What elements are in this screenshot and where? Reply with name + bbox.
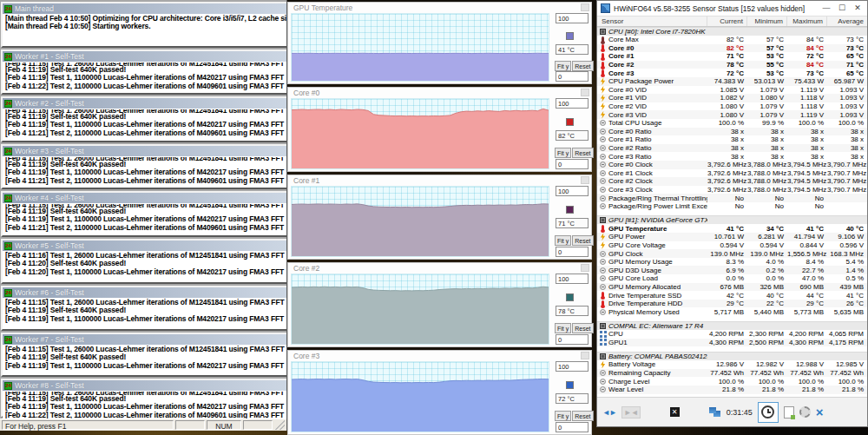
close-sensors-icon[interactable]: × xyxy=(816,406,824,419)
y-min-input[interactable] xyxy=(556,334,589,345)
y-max-input[interactable] xyxy=(556,186,589,196)
child-window-title-bar[interactable]: 24 Worker #1 - Self-Test xyxy=(3,51,286,62)
sensor-row[interactable]: Core Max 82 °C 57 °C 84 °C 73 °C xyxy=(597,36,867,44)
column-header-minimum[interactable]: Minimum xyxy=(747,16,787,26)
fit-y-button[interactable]: Fit y xyxy=(555,235,571,246)
sensor-row[interactable]: CPU 4,200 RPM 2,300 RPM 4,200 RPM 4,065 … xyxy=(597,330,867,339)
sensor-row[interactable]: Remaining Capacity 77.452 Wh 77.452 Wh 7… xyxy=(597,369,867,378)
sensor-row[interactable]: Total CPU Usage 100.0 % 99.9 % 100.0 % 1… xyxy=(597,119,867,128)
series-color-swatch[interactable] xyxy=(566,118,574,126)
maximize-button[interactable]: ☐ xyxy=(836,2,848,15)
fit-y-button[interactable]: Fit y xyxy=(555,148,571,158)
sensor-row[interactable]: Core #3 Clock 3,792.6 MHz 3,788.0 MHz 3,… xyxy=(597,186,867,194)
sensor-row[interactable]: CPU Package Power 74.383 W 53.013 W 75.4… xyxy=(597,77,867,86)
expand-columns-icon[interactable]: ►◄ xyxy=(621,406,641,419)
worker-log[interactable]: [Feb 4 11:15] Test 1, 26000 Lucas-Lehmer… xyxy=(3,345,286,371)
prime95-child-window[interactable]: 24 Worker #5 - Self-Test [Feb 4 11:16] T… xyxy=(1,239,286,284)
y-max-input[interactable] xyxy=(556,13,589,23)
sensor-row[interactable]: Core #2 VID 1.080 V 1.079 V 1.118 V 1.09… xyxy=(597,102,867,111)
fit-y-button[interactable]: Fit y xyxy=(555,323,571,333)
column-header-current[interactable]: Current xyxy=(707,16,747,26)
sensor-row[interactable]: GPU Temperature 41 °C 34 °C 41 °C 40 °C xyxy=(597,224,867,233)
y-min-input[interactable] xyxy=(556,422,589,432)
series-color-swatch[interactable] xyxy=(566,381,574,389)
shrink-columns-icon[interactable]: ◄► xyxy=(602,408,616,417)
reset-button[interactable]: Reset xyxy=(572,61,593,71)
column-header-average[interactable]: Average xyxy=(827,16,867,26)
sensors-display-icon[interactable] xyxy=(709,407,721,418)
sensor-row[interactable]: Core #1 Ratio 38 x 38 x 38 x 38 x xyxy=(597,135,867,144)
y-min-input[interactable] xyxy=(556,247,589,257)
sensor-row[interactable]: Core #0 Clock 3,792.6 MHz 3,788.0 MHz 3,… xyxy=(597,161,867,169)
sensor-group-header[interactable]: GPU [#1]: NVIDIA GeForce GTX 1080: xyxy=(597,215,867,224)
y-min-input[interactable] xyxy=(556,71,589,82)
y-max-input[interactable] xyxy=(556,98,589,109)
sensor-row[interactable]: Core #0 Ratio 38 x 38 x 38 x 38 x xyxy=(597,128,867,136)
sensor-table-header[interactable]: Sensor Current Minimum Maximum Average xyxy=(597,16,867,27)
column-header-sensor[interactable]: Sensor xyxy=(597,16,707,26)
prime95-child-window[interactable]: 24 Worker #2 - Self-Test [Feb 4 11:15] T… xyxy=(1,96,286,142)
sensor-group-header[interactable]: COMPAL EC: Alienware 17 R4 xyxy=(597,321,867,330)
fit-y-button[interactable]: Fit y xyxy=(555,411,571,421)
worker-log[interactable]: [Feb 4 11:15] Test 1, 26000 Lucas-Lehmer… xyxy=(3,62,286,91)
worker-log[interactable]: [Feb 4 11:15] Test 1, 26000 Lucas-Lehmer… xyxy=(3,391,286,419)
child-window-title-bar[interactable]: 24 Worker #7 - Self-Test xyxy=(3,334,286,345)
child-window-title-bar[interactable]: 24 Worker #3 - Self-Test xyxy=(3,146,286,156)
sensor-row[interactable]: Core #2 Clock 3,792.6 MHz 3,788.0 MHz 3,… xyxy=(597,177,867,186)
series-color-swatch[interactable] xyxy=(566,293,574,301)
prime95-child-window[interactable]: 24 Worker #8 - Self-Test [Feb 4 11:15] T… xyxy=(1,379,286,418)
sensor-row[interactable]: Core #2 78 °C 55 °C 84 °C 71 °C xyxy=(597,61,867,69)
prime95-child-window[interactable]: 24 Worker #3 - Self-Test [Feb 4 11:15] T… xyxy=(1,144,286,189)
sensor-row[interactable]: Battery Voltage 12.986 V 12.982 V 12.988… xyxy=(597,360,867,369)
series-color-swatch[interactable] xyxy=(566,32,574,40)
y-min-input[interactable] xyxy=(556,159,589,169)
clock-button[interactable] xyxy=(758,402,779,423)
sensor-row[interactable]: Core #3 Ratio 38 x 38 x 38 x 38 x xyxy=(597,152,867,161)
worker-log[interactable]: [Feb 4 11:15] Test 1, 26000 Lucas-Lehmer… xyxy=(3,156,286,186)
sensor-group-header[interactable]: Battery: COMPAL PABAS0241231 xyxy=(597,352,867,360)
sensor-row[interactable]: Core #2 Ratio 38 x 38 x 38 x 38 x xyxy=(597,144,867,153)
y-max-input[interactable] xyxy=(556,361,589,372)
worker-log[interactable]: [Feb 4 11:15] Test 1, 26000 Lucas-Lehmer… xyxy=(3,298,286,324)
sensor-row[interactable]: GPU Clock 139.0 MHz 139.0 MHz 1,556.5 MH… xyxy=(597,249,867,258)
sensor-row[interactable]: GPU Core Voltage 0.594 V 0.594 V 0.844 V… xyxy=(597,241,867,250)
prime95-child-window[interactable]: 24 Worker #1 - Self-Test [Feb 4 11:15] T… xyxy=(1,49,286,95)
reset-button[interactable]: Reset xyxy=(572,323,593,333)
worker-log[interactable]: [Feb 4 11:15] Test 1, 26000 Lucas-Lehmer… xyxy=(3,203,286,233)
sensor-row[interactable]: Core #1 VID 1.082 V 1.080 V 1.118 V 1.09… xyxy=(597,94,867,102)
prime95-child-window[interactable]: 24 Main thread [Main thread Feb 4 10:50]… xyxy=(1,2,286,48)
child-window-title-bar[interactable]: 24 Main thread xyxy=(3,3,286,14)
sensor-row[interactable]: Package/Ring Power Limit Exceeded No No … xyxy=(597,202,867,211)
sensor-row[interactable]: Core #0 82 °C 57 °C 84 °C 73 °C xyxy=(597,44,867,53)
worker-log[interactable]: [Main thread Feb 4 10:50] Optimizing for… xyxy=(3,14,286,32)
column-header-maximum[interactable]: Maximum xyxy=(787,16,827,26)
reset-button[interactable]: Reset xyxy=(572,235,593,246)
sensor-row[interactable]: GPU Core Load 0.0 % 0.0 % 47.0 % 0.5 % xyxy=(597,274,867,283)
minimize-button[interactable]: — xyxy=(820,2,832,15)
reset-button[interactable]: Reset xyxy=(572,148,593,158)
sensor-row[interactable]: GPU1 4,300 RPM 2,500 RPM 4,300 RPM 4,175… xyxy=(597,339,867,347)
sensor-row[interactable]: GPU Memory Allocated 676 MB 326 MB 690 M… xyxy=(597,283,867,292)
child-window-title-bar[interactable]: 24 Worker #2 - Self-Test xyxy=(3,98,286,109)
collapse-all-icon[interactable]: ✕ xyxy=(670,407,680,417)
sensor-row[interactable]: Core #3 72 °C 53 °C 73 °C 65 °C xyxy=(597,69,867,77)
worker-log[interactable]: [Feb 4 11:16] Test 1, 26000 Lucas-Lehmer… xyxy=(3,251,286,277)
sensor-row[interactable]: Wear Level 21.8 % 21.8 % 21.8 % 21.8 % xyxy=(597,386,867,394)
report-icon[interactable] xyxy=(784,406,794,419)
reset-button[interactable]: Reset xyxy=(572,411,593,421)
close-button[interactable]: ✕ xyxy=(852,2,864,15)
sensor-row[interactable]: GPU Power 10.761 W 6.281 W 41.794 W 9.10… xyxy=(597,233,867,241)
prime95-child-window[interactable]: 24 Worker #6 - Self-Test [Feb 4 11:15] T… xyxy=(1,286,286,331)
sensor-row[interactable]: Charge Level 100.0 % 100.0 % 100.0 % 100… xyxy=(597,377,867,386)
prime95-child-window[interactable]: 24 Worker #7 - Self-Test [Feb 4 11:15] T… xyxy=(1,333,286,377)
child-window-title-bar[interactable]: 24 Worker #6 - Self-Test xyxy=(3,287,286,298)
sensor-row[interactable]: Physical Memory Used 5,717 MB 5,440 MB 5… xyxy=(597,307,867,316)
sensor-row[interactable]: Core #0 VID 1.085 V 1.079 V 1.119 V 1.09… xyxy=(597,86,867,95)
sensor-row[interactable]: Drive Temperature HDD 29 °C 22 °C 29 °C … xyxy=(597,300,867,308)
sensor-group-header[interactable]: CPU [#0]: Intel Core i7-7820HK xyxy=(597,27,867,36)
sensor-row[interactable]: Core #3 VID 1.080 V 1.079 V 1.119 V 1.09… xyxy=(597,110,867,119)
sensor-row[interactable]: GPU Memory Usage 8.3 % 4.0 % 8.4 % 5.4 % xyxy=(597,258,867,267)
settings-gear-icon[interactable] xyxy=(799,406,811,418)
child-window-title-bar[interactable]: 24 Worker #8 - Self-Test xyxy=(3,380,286,391)
resize-grip[interactable] xyxy=(274,420,285,430)
